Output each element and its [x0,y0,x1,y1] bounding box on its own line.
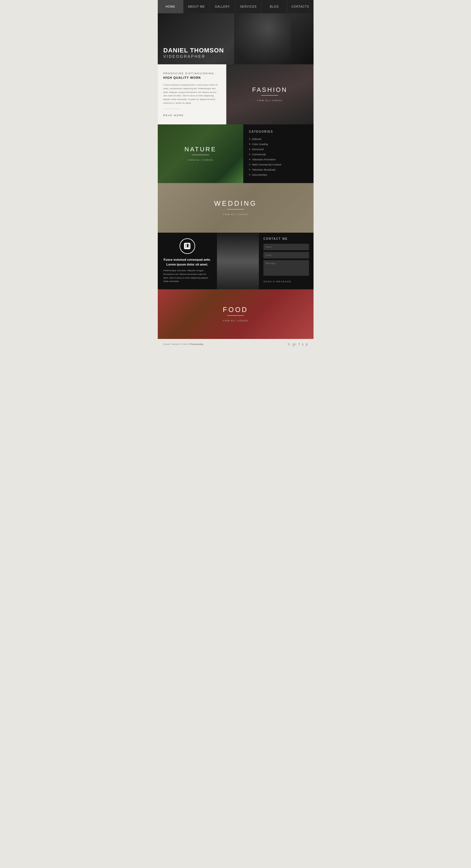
bullet-icon [249,174,250,176]
list-item[interactable]: Documentary [249,172,308,177]
list-item[interactable]: Color Grading [249,142,308,147]
wedding-divider [227,209,244,210]
nature-view-all[interactable]: VIEW ALL VIDEOS [188,159,213,161]
fashion-view-all[interactable]: VIEW ALL VIDEOS [257,99,282,101]
list-item[interactable]: Commercial [249,152,308,157]
nature-divider [192,155,209,155]
social-icons: 𝕏 g+ f s p [288,342,308,346]
video-block: Fusce euismod consequat ante. Lorem ipsu… [158,232,217,289]
categories-list: Editorial Color Grading Directorial Comm… [249,136,308,177]
list-item[interactable]: Directorial [249,147,308,152]
nature-title: NATURE [184,146,216,153]
facebook-icon[interactable]: f [299,342,299,346]
nature-categories-row: NATURE VIEW ALL VIDEOS CATEGORIES Editor… [158,124,313,183]
contact-email-input[interactable] [263,252,309,258]
about-fashion-row: PRODUCING DISTINGUISHING, HIGH QUALITY W… [158,64,313,124]
bullet-icon [249,149,250,150]
hero-title: VIDEOGRAPHER [163,54,224,59]
copyright-text: Daniel Thomson © 2014 | Privacy policy [163,343,204,345]
about-tagline: PRODUCING DISTINGUISHING, HIGH QUALITY W… [163,71,221,81]
film-icon-svg [183,242,192,250]
bullet-icon [249,144,250,145]
bullet-icon [249,169,250,170]
portrait-background [217,232,259,289]
pinterest-icon[interactable]: p [306,342,308,346]
categories-block: CATEGORIES Editorial Color Grading Direc… [243,124,313,183]
contact-heading: CONTACT ME [263,237,309,240]
send-message-button[interactable]: SEND A MESSAGE [263,280,309,283]
wedding-overlay-text: WEDDING VIEW ALL VIDEOS [214,199,257,216]
about-divider [163,108,180,109]
nature-block: NATURE VIEW ALL VIDEOS [158,124,243,183]
contact-name-input[interactable] [263,244,309,250]
food-view-all[interactable]: VIEW ALL VIDEOS [223,320,248,322]
portrait-block [217,232,259,289]
bullet-icon [249,138,250,140]
privacy-link[interactable]: Privacy policy [190,343,203,345]
about-body: Fusce euismod consequat ante. Lorem ipsu… [163,83,221,105]
contact-message-input[interactable] [263,260,309,276]
video-body: Pellentesque sed dolor. Aliquam congue f… [163,269,211,283]
list-item[interactable]: Television Promotion [249,157,308,162]
fashion-title: FASHION [252,86,288,94]
list-item[interactable]: Television Broadcast [249,167,308,172]
wedding-block: WEDDING VIEW ALL VIDEOS [158,183,313,232]
about-block: PRODUCING DISTINGUISHING, HIGH QUALITY W… [158,64,226,124]
twitter-icon[interactable]: 𝕏 [288,342,290,346]
hero-section: DANIEL THOMSON VIDEOGRAPHER [158,13,313,64]
nav-contacts[interactable]: CONTACTS [288,0,313,13]
nav-gallery[interactable]: GALLERY [210,0,236,13]
about-tagline-bold: HIGH QUALITY WORK [163,75,221,81]
hero-face-decoration [234,13,291,64]
food-block: FOOD VIEW ALL VIDEOS [158,289,313,339]
read-more-link[interactable]: READ MORE [163,114,184,117]
hero-text: DANIEL THOMSON VIDEOGRAPHER [163,47,224,59]
bullet-icon [249,159,250,160]
nav-about[interactable]: ABOUT ME [183,0,210,13]
contact-block: CONTACT ME SEND A MESSAGE [259,232,313,289]
nature-overlay: NATURE VIEW ALL VIDEOS [184,146,216,162]
fashion-overlay: FASHION VIEW ALL VIDEOS [252,86,288,102]
skype-icon[interactable]: s [302,342,304,346]
wedding-view-all[interactable]: VIEW ALL VIDEOS [223,213,248,215]
footer: Daniel Thomson © 2014 | Privacy policy 𝕏… [158,339,313,350]
bullet-icon [249,164,250,165]
wedding-title: WEDDING [214,199,257,208]
video-title: Fusce euismod consequat ante. Lorem ipsu… [164,257,211,267]
hero-name: DANIEL THOMSON [163,47,224,54]
film-reel-icon [179,238,195,254]
food-title: FOOD [223,306,248,314]
list-item[interactable]: Editorial [249,136,308,142]
google-plus-icon[interactable]: g+ [293,342,297,346]
nav-home[interactable]: HOME [158,0,184,13]
categories-heading: CATEGORIES [249,130,308,133]
nav-services[interactable]: SERVICES [236,0,262,13]
main-nav: HOME ABOUT ME GALLERY SERVICES BLOG CONT… [158,0,313,13]
video-contact-row: Fusce euismod consequat ante. Lorem ipsu… [158,232,313,289]
bullet-icon [249,154,250,155]
food-overlay-text: FOOD VIEW ALL VIDEOS [223,306,248,322]
list-item[interactable]: Web Commercial Content [249,162,308,167]
fashion-block: FASHION VIEW ALL VIDEOS [226,64,313,124]
food-divider [227,315,244,316]
nav-blog[interactable]: BLOG [261,0,288,13]
